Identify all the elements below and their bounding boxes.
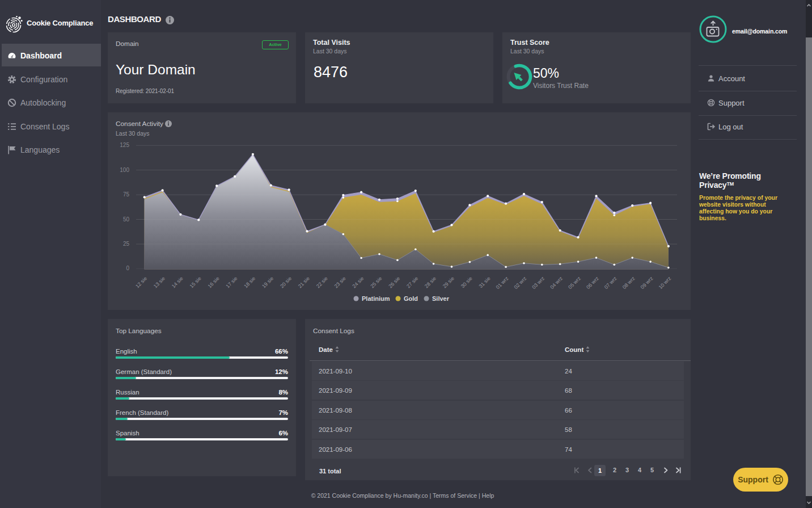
svg-text:02 wrz: 02 wrz bbox=[513, 275, 528, 290]
svg-text:16 sie: 16 sie bbox=[207, 275, 221, 289]
svg-text:13 sie: 13 sie bbox=[153, 275, 166, 289]
svg-text:0: 0 bbox=[126, 265, 129, 271]
svg-text:30 sie: 30 sie bbox=[460, 275, 473, 289]
svg-text:21 sie: 21 sie bbox=[297, 275, 311, 289]
svg-text:08 wrz: 08 wrz bbox=[621, 275, 636, 290]
svg-text:18 sie: 18 sie bbox=[243, 275, 256, 289]
svg-text:24 sie: 24 sie bbox=[351, 275, 365, 289]
svg-text:25 sie: 25 sie bbox=[369, 275, 383, 289]
svg-text:03 wrz: 03 wrz bbox=[531, 275, 545, 290]
svg-text:50: 50 bbox=[123, 216, 130, 222]
svg-text:Platinium: Platinium bbox=[362, 295, 390, 302]
svg-text:06 wrz: 06 wrz bbox=[585, 275, 600, 290]
svg-text:19 sie: 19 sie bbox=[261, 275, 274, 289]
svg-text:Gold: Gold bbox=[404, 295, 418, 302]
svg-text:29 sie: 29 sie bbox=[442, 275, 455, 289]
svg-text:14 sie: 14 sie bbox=[171, 275, 184, 289]
svg-text:75: 75 bbox=[123, 191, 130, 198]
svg-text:26 sie: 26 sie bbox=[387, 275, 401, 289]
svg-text:23 sie: 23 sie bbox=[333, 275, 347, 289]
svg-text:15 sie: 15 sie bbox=[189, 275, 202, 289]
svg-text:25: 25 bbox=[123, 241, 130, 247]
svg-text:27 sie: 27 sie bbox=[405, 275, 419, 289]
svg-text:31 sie: 31 sie bbox=[478, 275, 492, 289]
svg-text:Silver: Silver bbox=[432, 295, 450, 302]
svg-text:125: 125 bbox=[120, 142, 129, 148]
svg-text:10 wrz: 10 wrz bbox=[657, 275, 672, 290]
svg-text:12 sie: 12 sie bbox=[134, 275, 148, 289]
svg-text:04 wrz: 04 wrz bbox=[549, 275, 564, 290]
svg-text:20 sie: 20 sie bbox=[279, 275, 293, 289]
svg-text:22 sie: 22 sie bbox=[315, 275, 329, 289]
svg-text:07 wrz: 07 wrz bbox=[603, 275, 618, 290]
svg-text:100: 100 bbox=[120, 167, 129, 173]
svg-text:28 sie: 28 sie bbox=[424, 275, 437, 289]
svg-text:17 sie: 17 sie bbox=[225, 275, 238, 289]
svg-text:05 wrz: 05 wrz bbox=[567, 275, 582, 290]
svg-text:09 wrz: 09 wrz bbox=[640, 275, 654, 290]
svg-text:01 wrz: 01 wrz bbox=[495, 275, 510, 290]
